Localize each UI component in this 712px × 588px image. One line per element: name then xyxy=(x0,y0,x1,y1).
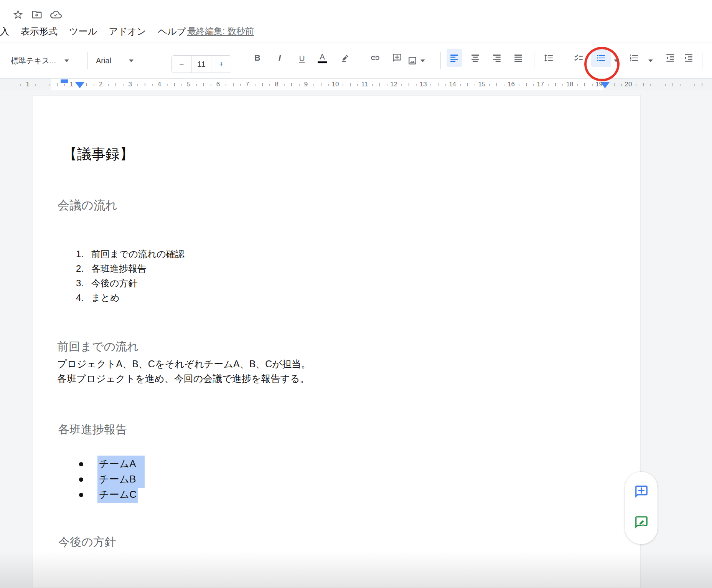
ruler-number: 14 xyxy=(449,79,456,90)
text-color-button[interactable]: A xyxy=(315,49,330,67)
star-icon[interactable] xyxy=(12,8,24,21)
ruler-number: 20 xyxy=(625,79,632,90)
highlight-color-button[interactable] xyxy=(338,49,353,67)
ruler-tick xyxy=(548,84,549,86)
font-family-value: Arial xyxy=(96,56,111,65)
bulleted-list-menu-arrow[interactable] xyxy=(614,49,618,72)
ruler-tick xyxy=(636,84,636,86)
numbered-list-menu-arrow[interactable] xyxy=(648,49,653,72)
ruler-number: 7 xyxy=(246,79,249,90)
ruler-tick xyxy=(115,83,116,86)
ruler-tick xyxy=(299,84,300,86)
decrease-font-size-button[interactable]: − xyxy=(172,56,191,73)
previous-paragraph[interactable]: プロジェクトA、B、CをそれぞれチームA、B、Cが担当。各班プロジェクトを進め、… xyxy=(57,357,311,386)
justify-button[interactable] xyxy=(511,49,526,67)
left-indent-marker[interactable] xyxy=(75,82,84,88)
ruler-tick xyxy=(577,84,578,86)
ruler-tick xyxy=(284,84,285,86)
heading-previous[interactable]: 前回までの流れ xyxy=(57,339,139,355)
ruler: 1 1234567891011121314151617181920 xyxy=(0,78,712,91)
justify-icon xyxy=(513,53,523,63)
ruler-tick xyxy=(357,84,358,86)
menu-item[interactable]: 入 xyxy=(0,25,9,38)
divider xyxy=(534,52,534,69)
first-line-indent-marker[interactable] xyxy=(61,79,68,83)
ruler-number: 5 xyxy=(187,79,190,90)
divider xyxy=(564,52,564,69)
agenda-item[interactable]: 4.まとめ xyxy=(64,291,185,305)
add-comment-icon xyxy=(634,484,649,499)
insert-image-button[interactable] xyxy=(407,49,425,72)
ruler-number: 18 xyxy=(566,79,574,90)
team-item[interactable]: チームB xyxy=(33,472,263,487)
ruler-tick xyxy=(694,84,695,86)
ruler-tick xyxy=(174,83,175,86)
last-edit-link[interactable]: 最終編集: 数秒前 xyxy=(187,25,254,37)
paragraph-style-value: 標準テキス... xyxy=(11,56,56,66)
menu-item[interactable]: ヘルプ xyxy=(158,25,186,38)
add-comment-button-floating[interactable] xyxy=(633,483,650,500)
ruler-number: 2 xyxy=(99,79,102,90)
heading-policy[interactable]: 今後の方針 xyxy=(58,534,116,550)
menu-item[interactable]: アドオン xyxy=(109,25,146,38)
font-size-input[interactable]: 11 xyxy=(191,56,212,73)
align-center-button[interactable] xyxy=(468,49,483,67)
list-text: 前回までの流れの確認 xyxy=(91,248,185,260)
insert-link-button[interactable] xyxy=(368,49,383,67)
agenda-item[interactable]: 1.前回までの流れの確認 xyxy=(64,247,185,261)
divider xyxy=(360,52,360,69)
paragraph-style-select[interactable]: 標準テキス... xyxy=(11,49,69,72)
ruler-tick xyxy=(108,84,109,86)
ruler-tick xyxy=(196,84,197,86)
folder-move-icon[interactable] xyxy=(31,8,43,21)
ruler-tick xyxy=(702,83,702,86)
heading-agenda[interactable]: 会議の流れ xyxy=(58,197,117,213)
menu-item[interactable]: ツール xyxy=(69,25,97,38)
chevron-down-icon xyxy=(420,59,425,62)
ruler-tick xyxy=(240,84,241,86)
underline-icon: U xyxy=(299,54,305,62)
heading-progress[interactable]: 各班進捗報告 xyxy=(58,422,127,438)
align-left-button[interactable] xyxy=(447,49,462,67)
agenda-item[interactable]: 2.各班進捗報告 xyxy=(64,261,185,276)
increase-font-size-button[interactable]: + xyxy=(211,56,231,73)
team-item[interactable]: チームC xyxy=(33,487,263,502)
ruler-number: 10 xyxy=(332,79,339,90)
italic-button[interactable]: I xyxy=(272,49,287,67)
bullet-dot xyxy=(79,462,83,466)
bulleted-list-button[interactable] xyxy=(591,49,611,67)
doc-title-text[interactable]: 【議事録】 xyxy=(63,145,134,164)
bold-button[interactable]: B xyxy=(250,49,265,67)
increase-indent-button[interactable] xyxy=(681,49,696,67)
line-spacing-button[interactable] xyxy=(541,49,556,67)
teams-bulleted-list[interactable]: チームAチームBチームC xyxy=(33,456,263,502)
checklist-icon xyxy=(574,53,583,63)
suggest-edits-button[interactable] xyxy=(633,514,650,531)
font-size-control: − 11 + xyxy=(171,55,231,73)
team-item[interactable]: チームA xyxy=(33,456,263,472)
checklist-button[interactable] xyxy=(571,49,586,67)
ruler-tick xyxy=(28,83,28,86)
menu-item[interactable]: 表示形式 xyxy=(21,25,58,38)
align-right-icon xyxy=(492,53,502,63)
agenda-item[interactable]: 3.今後の方針 xyxy=(64,276,185,291)
agenda-numbered-list[interactable]: 1.前回までの流れの確認2.各班進捗報告3.今後の方針4.まとめ xyxy=(64,247,185,305)
numbered-list-button[interactable] xyxy=(626,49,642,67)
ruler-number: 11 xyxy=(361,79,368,90)
align-left-icon xyxy=(449,53,459,63)
underline-button[interactable]: U xyxy=(294,49,310,67)
cloud-check-icon[interactable] xyxy=(50,8,62,21)
add-comment-button[interactable] xyxy=(389,49,405,67)
align-right-button[interactable] xyxy=(489,49,504,67)
decrease-indent-button[interactable] xyxy=(663,49,678,67)
document-page[interactable]: 【議事録】 会議の流れ 1.前回までの流れの確認2.各班進捗報告3.今後の方針4… xyxy=(33,95,641,588)
toolbar: 標準テキス... Arial − 11 + B I U A xyxy=(0,43,712,79)
ruler-tick xyxy=(489,84,490,86)
chevron-down-icon xyxy=(64,59,69,62)
font-family-select[interactable]: Arial xyxy=(96,49,134,72)
ruler-number: 4 xyxy=(158,79,161,90)
chevron-down-icon xyxy=(614,59,618,62)
ruler-tick xyxy=(203,83,204,86)
insert-image-icon xyxy=(407,56,417,66)
list-number: 1. xyxy=(64,249,84,259)
